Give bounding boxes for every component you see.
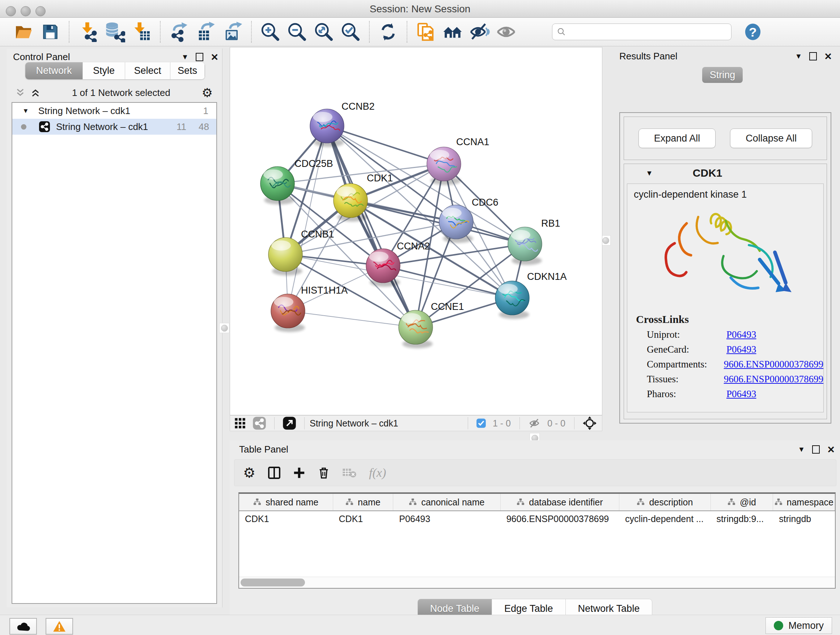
memory-button[interactable]: Memory — [766, 617, 832, 634]
fit-content-crosshair-icon[interactable] — [583, 416, 597, 431]
collection-expand-icon[interactable]: ▼ — [22, 107, 29, 115]
crosslink-link[interactable]: P06493 — [726, 388, 756, 400]
close-panel-icon[interactable]: ✕ — [827, 445, 835, 454]
table-cell[interactable]: stringdb:9... — [711, 514, 774, 524]
export-network-button[interactable] — [168, 21, 190, 43]
panel-menu-icon[interactable]: ▼ — [798, 445, 805, 454]
zoom-selected-button[interactable] — [339, 21, 362, 43]
hidden-eye-icon[interactable] — [528, 417, 541, 430]
node-label-CDKN1A: CDKN1A — [527, 271, 567, 282]
crosslink-row: Pharos:P06493 — [647, 388, 823, 400]
column-header-canonical-name[interactable]: canonical name — [393, 494, 500, 510]
tab-style[interactable]: Style — [83, 62, 125, 79]
panel-menu-icon[interactable]: ▼ — [795, 52, 802, 60]
crosslink-label: Tissues: — [647, 374, 724, 385]
delete-trash-icon[interactable] — [317, 467, 330, 479]
refresh-button[interactable] — [377, 21, 399, 43]
column-attribute-icon — [516, 498, 524, 506]
table-cell[interactable]: CDK1 — [239, 514, 333, 524]
table-cell[interactable]: stringdb — [773, 514, 835, 524]
column-header-description[interactable]: description — [619, 494, 711, 510]
table-row[interactable]: CDK1CDK1P064939606.ENSP00000378699cyclin… — [239, 511, 835, 526]
import-table-icon — [131, 22, 152, 42]
export-table-button[interactable] — [195, 21, 217, 43]
expand-all-chevron-icon[interactable] — [30, 88, 41, 98]
string-share-icon[interactable] — [253, 416, 266, 430]
collapse-all-button[interactable]: Collapse All — [730, 128, 812, 148]
crosslink-row: Compartments:9606.ENSP00000378699 — [647, 359, 823, 370]
panel-menu-icon[interactable]: ▼ — [181, 53, 188, 61]
control-panel-title: Control Panel — [13, 51, 70, 63]
table-header-row: shared name name canonical name database… — [239, 494, 835, 511]
column-header-name[interactable]: name — [333, 494, 393, 510]
left-splitter-handle[interactable] — [219, 323, 229, 333]
zoom-fit-button[interactable] — [313, 21, 335, 43]
column-header--id[interactable]: @id — [711, 494, 774, 510]
column-header-shared-name[interactable]: shared name — [239, 494, 333, 510]
table-cell[interactable]: CDK1 — [333, 514, 393, 524]
zoom-in-button[interactable] — [259, 21, 281, 43]
table-panel: Table Panel ▼ ✕ ⚙ f(x) — [230, 440, 840, 615]
import-network-from-database-button[interactable] — [103, 21, 126, 43]
toolbar-search[interactable] — [552, 24, 731, 40]
network-canvas[interactable]: CCNB2CCNA1CDC25BCDK1CDC6RB1CCNB1CCNA2CDK… — [230, 47, 602, 415]
column-attribute-icon — [346, 498, 354, 506]
column-header-database-identifier[interactable]: database identifier — [501, 494, 619, 510]
import-table-button[interactable] — [130, 21, 153, 43]
close-panel-icon[interactable]: ✕ — [824, 52, 832, 61]
table-horizontal-scrollbar[interactable] — [239, 577, 835, 588]
table-cell[interactable]: P06493 — [393, 514, 500, 524]
help-button[interactable]: ? — [742, 21, 764, 43]
gene-details-section: ▼ CDK1 cyclin-dependent kinase 1 — [624, 164, 827, 419]
float-panel-icon[interactable] — [812, 445, 820, 454]
clone-network-button[interactable] — [415, 21, 437, 43]
crosslink-link[interactable]: P06493 — [726, 344, 756, 355]
crosslink-link[interactable]: 9606.ENSP00000378699 — [724, 374, 823, 385]
export-table-icon — [196, 22, 216, 42]
search-input[interactable] — [566, 27, 727, 37]
crosslink-link[interactable]: P06493 — [726, 329, 756, 340]
network-row[interactable]: String Network – cdk1 11 48 — [12, 119, 216, 135]
crosslink-link[interactable]: 9606.ENSP00000378699 — [724, 359, 823, 370]
tab-string[interactable]: String — [702, 67, 743, 83]
column-header-namespace[interactable]: namespace — [773, 494, 835, 510]
scrollbar-thumb[interactable] — [240, 578, 305, 586]
tab-sets[interactable]: Sets — [171, 62, 205, 79]
crosslink-label: Pharos: — [647, 388, 726, 400]
network-options-gear-icon[interactable]: ⚙ — [202, 86, 213, 100]
save-session-button[interactable] — [39, 21, 62, 43]
export-image-button[interactable] — [221, 21, 244, 43]
cloud-status-button[interactable] — [9, 618, 37, 635]
node-label-CCNB1: CCNB1 — [301, 229, 334, 240]
network-collection-row[interactable]: ▼ String Network – cdk1 1 — [12, 103, 216, 119]
network-graph[interactable]: CCNB2CCNA1CDC25BCDK1CDC6RB1CCNB1CCNA2CDK… — [230, 48, 602, 415]
hide-selected-button[interactable] — [468, 21, 491, 43]
node-label-CCNE1: CCNE1 — [431, 301, 464, 312]
selected-checkbox-icon[interactable] — [476, 418, 486, 428]
collapse-all-chevron-icon[interactable] — [15, 88, 25, 98]
table-panel-title: Table Panel — [239, 444, 288, 455]
float-panel-icon[interactable] — [196, 53, 203, 61]
tab-select[interactable]: Select — [125, 62, 171, 79]
warnings-button[interactable] — [46, 618, 73, 635]
external-link-icon[interactable] — [283, 416, 296, 430]
warning-triangle-icon — [53, 621, 66, 632]
open-session-button[interactable] — [12, 21, 35, 43]
gene-collapse-icon[interactable]: ▼ — [646, 169, 653, 177]
home-networks-button[interactable] — [441, 21, 464, 43]
table-cell[interactable]: cyclin-dependent ... — [619, 514, 711, 524]
network-edge — [383, 266, 512, 298]
table-settings-gear-icon[interactable]: ⚙ — [243, 465, 256, 481]
expand-all-button[interactable]: Expand All — [638, 128, 716, 148]
close-panel-icon[interactable]: ✕ — [210, 52, 218, 62]
show-columns-icon[interactable] — [268, 466, 281, 479]
show-all-button[interactable] — [495, 21, 517, 43]
tab-network[interactable]: Network — [25, 62, 83, 79]
zoom-out-button[interactable] — [286, 21, 308, 43]
add-column-plus-icon[interactable] — [293, 467, 305, 479]
table-cell[interactable]: 9606.ENSP00000378699 — [501, 514, 619, 524]
export-image-icon — [223, 22, 243, 42]
float-panel-icon[interactable] — [809, 52, 817, 60]
import-network-button[interactable] — [77, 21, 99, 43]
grid-view-icon[interactable] — [234, 417, 247, 429]
